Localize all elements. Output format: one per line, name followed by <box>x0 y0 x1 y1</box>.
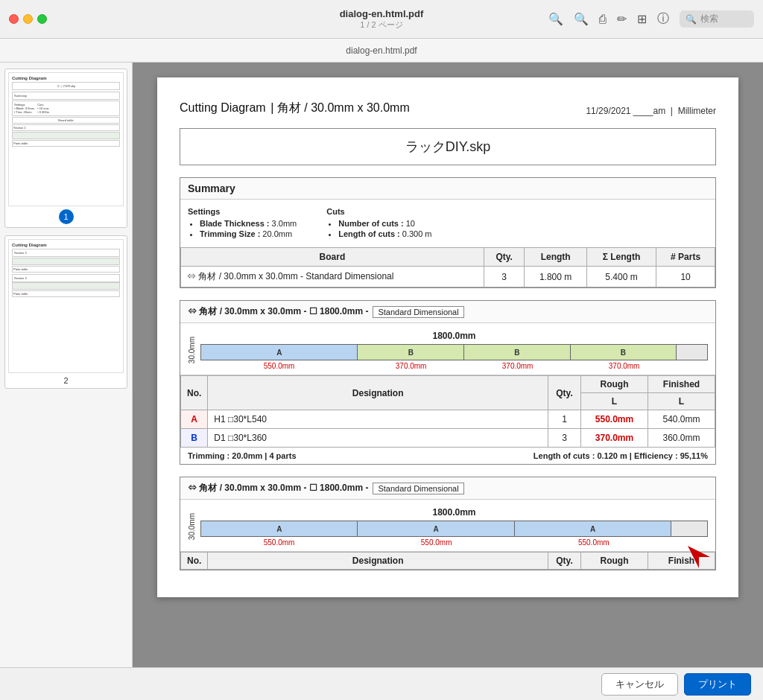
zoom-in-icon[interactable]: 🔍 <box>574 12 589 26</box>
close-button[interactable] <box>9 14 19 24</box>
cut-diagram-area-1: 30.0mm 1800.0mm A B B B 550.0mm <box>180 323 715 375</box>
cuts-col-title: Cuts <box>326 207 431 216</box>
titlebar-filename: dialog-en.html.pdf <box>340 8 424 19</box>
share-icon[interactable]: ⎙ <box>599 13 607 26</box>
segment-A2-2: A <box>358 521 514 536</box>
cut-diagram-inner-1: 30.0mm 1800.0mm A B B B 550.0mm <box>188 331 708 370</box>
col-no: No. <box>181 376 208 410</box>
col-parts: # Parts <box>656 248 715 267</box>
sidebar-icon[interactable]: ⊞ <box>637 12 647 26</box>
trimming-info: Trimming : 20.0mm | 4 parts <box>188 451 297 460</box>
cuts-item: Number of cuts : 10 <box>338 219 431 228</box>
segment-B1: B <box>358 345 464 360</box>
pdf-area[interactable]: Cutting Diagram | 角材 / 30.0mm x 30.0mm 1… <box>133 63 763 667</box>
segment-B2: B <box>464 345 571 360</box>
thumbnail-page1-preview: Cutting Diagram ラックDIY.skp Summary Setti… <box>8 72 124 206</box>
cut-diagram-content-2: 1800.0mm A A A 550.0mm 550.0mm 550.0mm <box>200 507 708 547</box>
maximize-button[interactable] <box>37 14 47 24</box>
cut-diagram-inner-2: 30.0mm 1800.0mm A A A 550.0mm 5 <box>188 507 708 547</box>
segment-B3: B <box>571 345 677 360</box>
seg-label-A2-1: 550.0mm <box>200 538 358 547</box>
parts-table-2: No. Designation Qty. Rough Finish <box>180 552 715 570</box>
row-no-B: B <box>181 429 208 448</box>
efficiency-info: Length of cuts : 0.120 m | Efficiency : … <box>534 451 708 460</box>
col-rough2: Rough <box>581 553 648 570</box>
thumbnail-page2-label: 2 <box>8 376 124 385</box>
cut-section-1: ⇔ 角材 / 30.0mm x 30.0mm - ☐ 1800.0mm - St… <box>180 300 716 465</box>
col-qty: Qty. <box>484 248 525 267</box>
seg-label-A2-2: 550.0mm <box>358 538 515 547</box>
parts-table-1: No. Designation Qty. Rough Finished L L <box>180 375 715 448</box>
summary-box: Summary Settings Blade Thickness : 3.0mm… <box>180 177 716 288</box>
cut-section-2: ⇔ 角材 / 30.0mm x 30.0mm - ☐ 1800.0mm - St… <box>180 477 716 570</box>
col-qty3: Qty. <box>548 553 581 570</box>
cut-section-2-header: ⇔ 角材 / 30.0mm x 30.0mm - ☐ 1800.0mm - St… <box>180 477 715 500</box>
summary-title: Summary <box>180 178 715 200</box>
col-length: Length <box>525 248 586 267</box>
cut-bar-1: A B B B <box>200 344 708 360</box>
doc-header: Cutting Diagram | 角材 / 30.0mm x 30.0mm 1… <box>180 95 716 116</box>
parts-cell: 10 <box>656 267 715 287</box>
titlebar: dialog-en.html.pdf 1 / 2 ページ 🔍 🔍 ⎙ ✏ ⊞ ⓘ… <box>0 0 763 39</box>
seg-label-waste1 <box>677 362 708 370</box>
table-row: A H1 □30*L540 1 550.0mm 540.0mm <box>181 410 715 429</box>
zoom-out-icon[interactable]: 🔍 <box>548 12 563 26</box>
filename-box: ラックDIY.skp <box>180 128 716 165</box>
settings-item: Blade Thickness : 3.0mm <box>200 219 297 228</box>
col-no2: No. <box>181 553 208 570</box>
seg-label-A2-3: 550.0mm <box>515 538 672 547</box>
search-placeholder: 検索 <box>700 13 718 25</box>
cut-labels-2: 550.0mm 550.0mm 550.0mm <box>200 538 708 547</box>
print-button[interactable]: プリント <box>684 673 751 696</box>
row-no-A: A <box>181 410 208 429</box>
thumbnail-page2-preview: Cutting Diagram Section 2 Parts table Se… <box>8 239 124 373</box>
total-length-label-2: 1800.0mm <box>200 507 708 518</box>
doc-title: Cutting Diagram | 角材 / 30.0mm x 30.0mm <box>180 95 410 116</box>
arrow-overlay: No. Designation Qty. Rough Finish <box>180 552 715 570</box>
info-icon[interactable]: ⓘ <box>657 11 669 27</box>
col-designation: Designation <box>208 376 548 410</box>
thumbnail-page1-badge: 1 <box>59 209 74 224</box>
tab-title: dialog-en.html.pdf <box>346 45 417 56</box>
row-rough-A: 550.0mm <box>581 410 648 429</box>
table-row: ⇔ 角材 / 30.0mm x 30.0mm - Standard Dimens… <box>181 267 715 287</box>
segment-waste1 <box>677 345 707 360</box>
cut-diagram-area-2: 30.0mm 1800.0mm A A A 550.0mm 5 <box>180 500 715 552</box>
seg-label-B1: 370.0mm <box>358 362 464 370</box>
segment-waste2 <box>671 521 707 536</box>
cuts-col: Cuts Number of cuts : 10 Length of cuts … <box>326 207 431 240</box>
summary-body: Settings Blade Thickness : 3.0mm Trimmin… <box>180 200 715 247</box>
row-finished-A: 540.0mm <box>648 410 715 429</box>
seg-label-A1: 550.0mm <box>200 362 358 370</box>
cut-footer-1: Trimming : 20.0mm | 4 parts Length of cu… <box>180 448 715 464</box>
summary-table: Board Qty. Length Σ Length # Parts ⇔ 角材 … <box>180 247 715 287</box>
standard-dimensional-tag-2: Standard Dimensional <box>373 483 463 494</box>
standard-dimensional-tag: Standard Dimensional <box>373 306 463 318</box>
cuts-item: Length of cuts : 0.300 m <box>338 229 431 238</box>
settings-col-title: Settings <box>188 207 297 216</box>
segment-A2-1: A <box>201 521 358 536</box>
bottom-bar: キャンセル プリント <box>0 667 763 700</box>
seg-label-waste2 <box>672 538 708 547</box>
search-bar[interactable]: 🔍 検索 <box>680 10 754 28</box>
col-qty2: Qty. <box>548 376 581 410</box>
sidebar-thumbnail-page1[interactable]: Cutting Diagram ラックDIY.skp Summary Setti… <box>4 69 127 228</box>
doc-meta: 11/29/2021 ____am | Millimeter <box>586 106 716 116</box>
main-content: Cutting Diagram ラックDIY.skp Summary Setti… <box>0 63 763 667</box>
board-size-label-2: 30.0mm <box>188 513 196 540</box>
pdf-page: Cutting Diagram | 角材 / 30.0mm x 30.0mm 1… <box>157 77 738 597</box>
titlebar-page: 1 / 2 ページ <box>360 19 402 31</box>
sidebar-thumbnail-page2[interactable]: Cutting Diagram Section 2 Parts table Se… <box>4 235 127 389</box>
markup-icon[interactable]: ✏ <box>617 12 627 26</box>
doc-subtitle: | 角材 / 30.0mm x 30.0mm <box>270 101 409 114</box>
qty-cell: 3 <box>484 267 525 287</box>
col-finished-l: L <box>648 393 715 410</box>
minimize-button[interactable] <box>23 14 33 24</box>
sigma-cell: 5.400 m <box>586 267 656 287</box>
row-qty-A: 1 <box>548 410 581 429</box>
col-rough: Rough <box>581 376 648 393</box>
segment-A2-3: A <box>515 521 671 536</box>
length-cell: 1.800 m <box>525 267 586 287</box>
cancel-button[interactable]: キャンセル <box>601 673 678 696</box>
cut-bar-2: A A A <box>200 521 708 537</box>
